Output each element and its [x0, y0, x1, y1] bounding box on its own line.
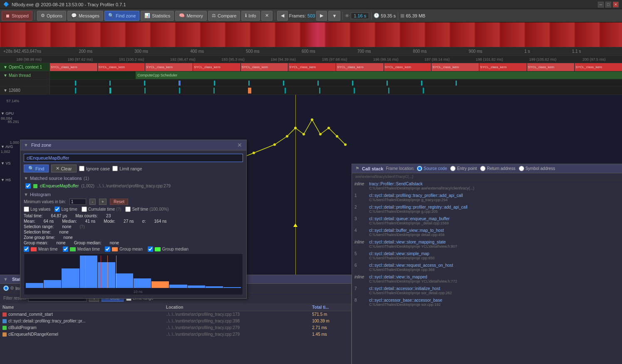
- thread-12680-content[interactable]: [50, 86, 622, 94]
- toolbar: ⏹ Stopped ⚙ Options 💬 Messages 🔍 Find zo…: [0, 9, 622, 22]
- callstack-num: inline: [352, 239, 367, 250]
- compare-button[interactable]: ⚖ Compare: [208, 11, 240, 21]
- close-btn[interactable]: ✕: [613, 2, 619, 7]
- limit-range-checkbox[interactable]: [112, 166, 118, 171]
- frame-191: 191 (100.2 ms): [119, 57, 144, 61]
- group-mean-legend[interactable]: Group mean: [105, 246, 143, 252]
- reset-btn[interactable]: Reset: [110, 199, 128, 205]
- frame-options-button[interactable]: ▼: [328, 11, 340, 21]
- stats-table-container[interactable]: Name Location Total ti... command_commit…: [0, 304, 351, 356]
- mean-checkbox[interactable]: [24, 246, 29, 252]
- statistics-button[interactable]: 📊 Statistics: [141, 11, 174, 21]
- log-values-cb[interactable]: Log values: [24, 207, 50, 212]
- next-frame-button[interactable]: ▶: [316, 11, 327, 21]
- callstack-path: C:\Users\Thales\Desktop\proje YCL\detail…: [369, 279, 620, 283]
- limit-range-label[interactable]: Limit range: [112, 166, 142, 171]
- cumulate-checkbox[interactable]: [82, 207, 87, 212]
- histogram-controls: Minimum values in bin: - + Reset: [24, 199, 243, 205]
- log-time-cb[interactable]: Log time: [55, 207, 77, 212]
- gpu-label: ▼ GPU: [1, 111, 14, 116]
- clear-find-button[interactable]: ✕ Clear: [51, 165, 76, 172]
- callstack-num: 1: [352, 192, 367, 204]
- marker-row: [0, 80, 622, 86]
- callstack-fn: cl::sycl::detail::view::simple_map: [369, 251, 620, 256]
- ruler-mark-10: 1.1 s: [572, 49, 581, 54]
- mean-legend[interactable]: Mean time: [24, 246, 58, 252]
- symbol-address-opt[interactable]: Symbol address: [519, 166, 555, 171]
- log-time-checkbox[interactable]: [55, 207, 60, 212]
- frame-198: 198 (101.82 ms): [476, 57, 503, 61]
- main-thread-content[interactable]: ComputeCpp Scheduler: [50, 71, 622, 79]
- median-checkbox[interactable]: [63, 246, 68, 252]
- instrumentation-radio[interactable]: [3, 285, 9, 291]
- options-button[interactable]: ⚙ Options: [37, 11, 66, 21]
- stats-name-cell: clEnqueueNDRangeKernel: [0, 331, 164, 338]
- source-checkbox[interactable]: [25, 183, 31, 189]
- return-address-opt[interactable]: Return address: [480, 166, 515, 171]
- app-icon: 🔷: [3, 2, 9, 7]
- group-mean-checkbox[interactable]: [105, 246, 110, 252]
- callstack-fn: cl::sycl::detail::view::is_mapped: [369, 275, 620, 279]
- zone-search-input[interactable]: [24, 154, 243, 162]
- info-button[interactable]: ℹ Info: [241, 11, 260, 21]
- stats-fn-name: clBuildProgram: [8, 325, 37, 330]
- callstack-header: ⚑ Call stack Frame location: Source code…: [352, 164, 622, 173]
- frame-markers: 189 (98.99 ms) 190 (97.62 ms) 191 (100.2…: [0, 56, 622, 63]
- timeline-ruler[interactable]: +28s 842,453,647ns 200 ms 300 ms 400 ms …: [0, 47, 622, 56]
- frame-190: 190 (97.62 ms): [68, 57, 93, 61]
- find-zone-button[interactable]: 🔍 Find zone: [104, 11, 139, 21]
- entry-point-radio[interactable]: [450, 166, 456, 171]
- bin-plus-btn[interactable]: +: [99, 199, 107, 205]
- source-code-opt[interactable]: Source code: [417, 166, 447, 171]
- group-median-legend[interactable]: Group median: [148, 246, 188, 252]
- stopped-button[interactable]: ⏹ Stopped: [2, 11, 32, 21]
- callstack-path: C:\Users\Thales\Desktop\proje cpp:368: [369, 268, 620, 272]
- bin-minus-btn[interactable]: -: [89, 199, 96, 205]
- col-name-header[interactable]: Name: [0, 304, 164, 311]
- compare-icon: ⚖: [212, 13, 216, 18]
- ignore-case-checkbox[interactable]: [79, 166, 84, 171]
- return-address-radio[interactable]: [480, 166, 486, 171]
- prev-frame-button[interactable]: ◀: [277, 11, 288, 21]
- callstack-path: C:\Users\Thales\Desktop\proje sor_detail…: [369, 291, 620, 295]
- frame-200: 200 (97.5 ms): [582, 57, 606, 61]
- group-median-color: [155, 247, 161, 251]
- source-code-radio[interactable]: [417, 166, 422, 171]
- self-time-cb[interactable]: Self time (100.00%): [125, 207, 169, 212]
- mean-line: [101, 256, 101, 288]
- frame-197: 197 (99.14 ms): [424, 57, 450, 61]
- find-zone-title: ▼ Find zone: [24, 143, 51, 148]
- memory-button[interactable]: 🧠 Memory: [175, 11, 207, 21]
- opencl-content[interactable]: SYCL_class_kern SYCL_class_kern SYCL_cla…: [50, 63, 622, 71]
- min-bin-input[interactable]: [69, 199, 86, 205]
- timeline-header[interactable]: [0, 22, 622, 47]
- symbol-address-radio[interactable]: [519, 166, 524, 171]
- callstack-table-wrapper[interactable]: inline tracy::Profiler::SendCallstack C:…: [352, 180, 622, 364]
- main-thread-label: ▼ Main thread: [0, 71, 50, 79]
- cumulate-cb[interactable]: Cumulate time (?): [82, 207, 121, 212]
- hist-bar-4: [80, 256, 97, 288]
- entry-point-opt[interactable]: Entry point: [450, 166, 477, 171]
- self-time-checkbox[interactable]: [125, 207, 131, 212]
- find-zone-close-btn[interactable]: ✕: [236, 142, 243, 148]
- callstack-fn: cl::sycl::detail::buffer_view::map_to_ho…: [369, 228, 620, 233]
- svg-point-6: [311, 118, 313, 121]
- ignore-case-label[interactable]: Ignore case: [79, 166, 110, 171]
- memory-icon: 🧠: [179, 13, 185, 18]
- log-values-checkbox[interactable]: [24, 207, 29, 212]
- stats-color-dot: [2, 319, 7, 323]
- group-median-checkbox[interactable]: [148, 246, 153, 252]
- find-button[interactable]: 🔍 Find: [24, 165, 49, 172]
- minimize-btn[interactable]: ─: [598, 2, 604, 7]
- col-total-header[interactable]: Total ti...: [310, 304, 351, 311]
- messages-button[interactable]: 💬 Messages: [67, 11, 103, 21]
- median-color: [70, 247, 76, 251]
- callstack-fn: cl::sycl::detail::view::store_mapping_st…: [369, 240, 620, 244]
- histogram-chart[interactable]: 10 ns: [24, 253, 243, 295]
- callstack-num: 2: [352, 204, 367, 215]
- cross-button[interactable]: ✕: [261, 11, 273, 21]
- col-location-header[interactable]: Location: [164, 304, 310, 311]
- stats-color-dot: [2, 332, 7, 337]
- median-legend[interactable]: Median time: [63, 246, 100, 252]
- maximize-btn[interactable]: □: [605, 2, 611, 7]
